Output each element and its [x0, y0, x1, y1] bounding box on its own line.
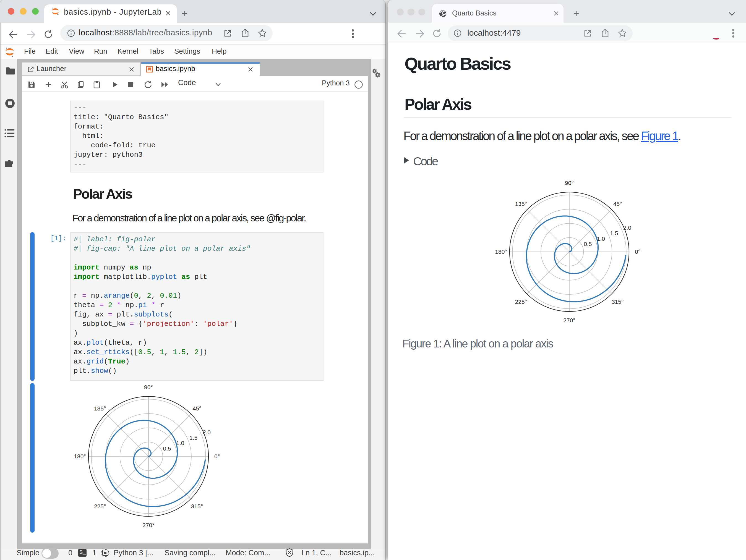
svg-text:1.5: 1.5 — [190, 435, 197, 441]
svg-text:2.0: 2.0 — [203, 429, 211, 435]
svg-text:225°: 225° — [94, 503, 106, 509]
svg-text:135°: 135° — [94, 405, 106, 412]
svg-text:1.0: 1.0 — [597, 236, 605, 242]
svg-text:0°: 0° — [635, 248, 640, 255]
svg-text:0°: 0° — [214, 453, 220, 460]
svg-text:180°: 180° — [495, 248, 507, 255]
svg-text:90°: 90° — [144, 384, 153, 390]
svg-text:225°: 225° — [515, 298, 527, 305]
svg-text:315°: 315° — [191, 503, 203, 509]
svg-text:180°: 180° — [74, 453, 86, 460]
svg-text:1.5: 1.5 — [610, 230, 618, 236]
svg-text:2.0: 2.0 — [623, 225, 631, 231]
svg-text:135°: 135° — [515, 201, 527, 207]
svg-text:1.0: 1.0 — [176, 440, 184, 446]
svg-text:270°: 270° — [563, 317, 575, 323]
svg-text:0.5: 0.5 — [584, 241, 592, 247]
svg-text:315°: 315° — [612, 298, 624, 305]
svg-text:0.5: 0.5 — [163, 445, 171, 452]
svg-text:270°: 270° — [142, 522, 154, 528]
svg-text:45°: 45° — [193, 405, 202, 412]
svg-text:45°: 45° — [613, 201, 622, 207]
svg-text:90°: 90° — [565, 180, 574, 186]
